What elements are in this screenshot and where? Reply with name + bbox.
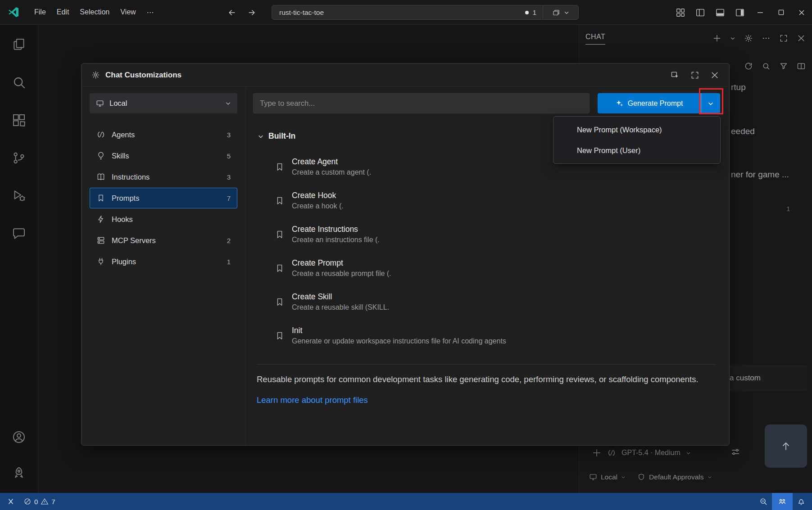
history-nav <box>227 0 256 25</box>
generate-prompt-main[interactable]: Generate Prompt <box>598 93 701 113</box>
menu-item-new-prompt-user[interactable]: New Prompt (User) <box>553 140 720 161</box>
dirty-count: 1 <box>532 9 536 17</box>
close-dialog-icon[interactable] <box>710 71 719 80</box>
nav-count: 2 <box>227 237 231 244</box>
item-desc: Create an instructions file (. <box>292 236 380 244</box>
open-in-editor-icon[interactable] <box>671 71 680 80</box>
item-title: Create Instructions <box>292 225 380 234</box>
generate-prompt-menu: New Prompt (Workspace) New Prompt (User) <box>553 116 721 164</box>
bookmark-icon <box>275 230 285 239</box>
nav-label: Agents <box>112 131 135 139</box>
minimize-button[interactable] <box>750 0 771 25</box>
item-title: Create Skill <box>292 292 389 302</box>
book-icon <box>96 172 105 181</box>
customize-layout-icon[interactable] <box>671 8 690 18</box>
nav-item-instructions[interactable]: Instructions 3 <box>90 167 237 187</box>
warning-count: 7 <box>51 498 55 505</box>
search-input[interactable] <box>253 93 590 113</box>
item-desc: Create a custom agent (. <box>292 168 371 176</box>
bookmark-icon <box>275 297 285 307</box>
problems-indicator[interactable]: 0 7 <box>19 493 59 510</box>
error-count: 0 <box>34 498 38 505</box>
toggle-secondary-sidebar-icon[interactable] <box>730 8 750 18</box>
chevron-down-icon <box>225 100 231 106</box>
close-window-button[interactable] <box>791 0 812 25</box>
nav-label: Prompts <box>112 194 139 203</box>
catalog-item-init[interactable]: InitGenerate or update workspace instruc… <box>253 319 720 352</box>
maximize-dialog-icon[interactable] <box>690 71 699 80</box>
dialog-header: Chat Customizations <box>82 63 729 87</box>
menu-item-new-prompt-workspace[interactable]: New Prompt (Workspace) <box>553 119 720 140</box>
server-icon <box>96 236 105 245</box>
scope-select-label: Local <box>109 99 127 108</box>
gear-icon <box>91 71 100 79</box>
nav-label: Plugins <box>112 257 136 266</box>
nav-item-hooks[interactable]: Hooks <box>90 209 237 230</box>
extension-status-icon[interactable] <box>772 493 793 510</box>
sessions-dropdown[interactable] <box>543 9 578 17</box>
item-title: Create Hook <box>292 191 344 200</box>
forward-icon[interactable] <box>247 8 256 17</box>
menu-file[interactable]: File <box>29 6 51 19</box>
menu-view[interactable]: View <box>115 6 141 19</box>
nav-label: Skills <box>112 152 129 160</box>
chevron-down-icon <box>258 133 264 140</box>
search-row: Generate Prompt <box>253 93 720 113</box>
modified-indicator: 1 <box>525 9 543 17</box>
bookmark-icon <box>275 196 285 206</box>
item-title: Init <box>292 326 506 335</box>
item-desc: Create a hook (. <box>292 202 344 210</box>
toggle-sidebar-icon[interactable] <box>690 8 710 18</box>
nav-count: 3 <box>227 173 231 181</box>
title-bar: File Edit Selection View ⋯ rust-tic-tac-… <box>0 0 812 25</box>
scope-select[interactable]: Local <box>90 93 237 113</box>
item-desc: Create a reusable prompt file (. <box>292 270 391 277</box>
maximize-button[interactable] <box>771 0 791 25</box>
workspace-search-value: rust-tic-tac-toe <box>272 9 525 17</box>
zoom-icon[interactable] <box>755 493 772 510</box>
catalog-item-create-hook[interactable]: Create HookCreate a hook (. <box>253 184 720 217</box>
generate-prompt-label: Generate Prompt <box>628 99 683 108</box>
menu-bar: File Edit Selection View ⋯ <box>29 6 159 19</box>
remote-indicator[interactable] <box>0 493 19 510</box>
toggle-panel-icon[interactable] <box>710 8 730 18</box>
catalog-item-create-instructions[interactable]: Create InstructionsCreate an instruction… <box>253 217 720 251</box>
remote-icon <box>6 497 15 506</box>
lightbulb-icon <box>96 151 105 160</box>
monitor-icon <box>96 99 104 108</box>
nav-label: Hooks <box>112 215 133 224</box>
divider <box>257 364 716 365</box>
nav-count: 5 <box>227 152 231 160</box>
prompt-catalog: Create AgentCreate a custom agent (. Cre… <box>253 150 720 352</box>
nav-item-plugins[interactable]: Plugins 1 <box>90 251 237 272</box>
plug-icon <box>96 257 105 266</box>
learn-more-link[interactable]: Learn more about prompt files <box>253 395 720 405</box>
menu-edit[interactable]: Edit <box>51 6 75 19</box>
command-center[interactable]: rust-tic-tac-toe 1 <box>272 5 579 20</box>
customization-nav: Agents 3 Skills 5 Instructions 3 <box>90 124 237 272</box>
notifications-bell-icon[interactable] <box>793 493 812 510</box>
vscode-logo-icon <box>7 6 20 18</box>
nav-item-mcp-servers[interactable]: MCP Servers 2 <box>90 230 237 251</box>
menu-selection[interactable]: Selection <box>74 6 115 19</box>
menu-overflow[interactable]: ⋯ <box>141 6 159 19</box>
item-desc: Create a reusable skill (SKILL. <box>292 303 389 311</box>
status-bar-right <box>755 493 812 510</box>
back-icon[interactable] <box>227 8 236 17</box>
catalog-item-create-prompt[interactable]: Create PromptCreate a reusable prompt fi… <box>253 251 720 285</box>
bookmark-icon <box>275 162 285 172</box>
nav-item-agents[interactable]: Agents 3 <box>90 124 237 145</box>
dialog-header-actions <box>671 71 719 80</box>
nav-item-skills[interactable]: Skills 5 <box>90 145 237 166</box>
item-desc: Generate or update workspace instruction… <box>292 337 506 345</box>
nav-count: 7 <box>227 194 231 202</box>
nav-item-prompts[interactable]: Prompts 7 <box>90 188 237 208</box>
section-title: Built-In <box>268 131 295 141</box>
warning-icon <box>41 497 49 505</box>
agents-icon <box>96 130 105 139</box>
catalog-item-create-skill[interactable]: Create SkillCreate a reusable skill (SKI… <box>253 285 720 319</box>
chevron-down-icon <box>564 10 569 15</box>
nav-label: Instructions <box>112 173 150 181</box>
dirty-dot-icon <box>525 11 529 14</box>
bookmark-icon <box>96 194 105 203</box>
